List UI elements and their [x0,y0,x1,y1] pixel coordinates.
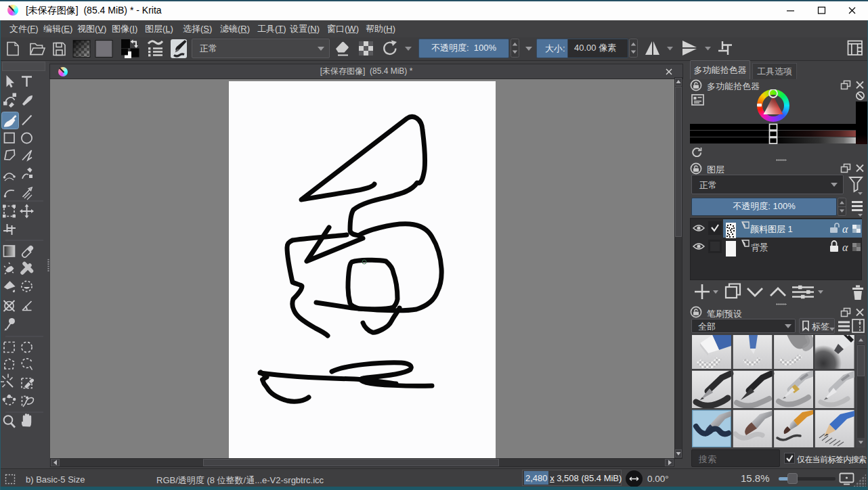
svg-text:α: α [842,242,848,253]
svg-text:α: α [842,223,848,235]
